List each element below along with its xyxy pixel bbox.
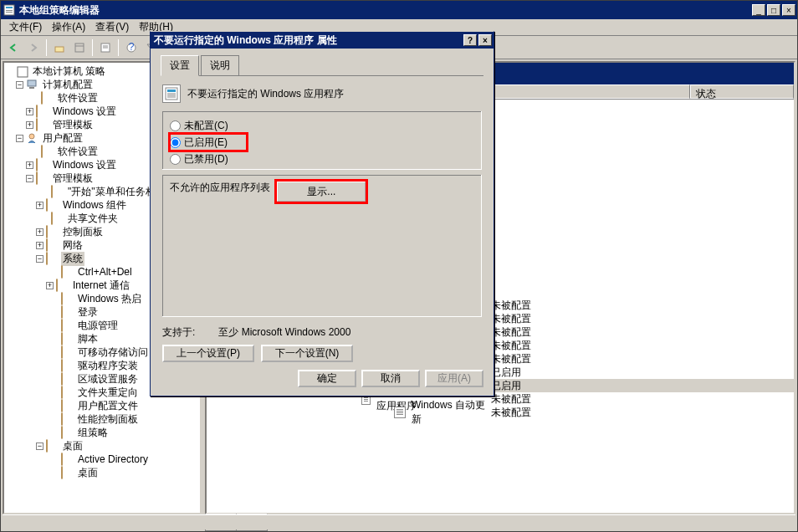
tab-setting[interactable]: 设置 [161,55,199,76]
properties-button[interactable] [96,38,115,57]
tree-ad[interactable]: Active Directory [6,453,198,466]
maximize-button[interactable]: □ [767,4,780,16]
svg-rect-12 [18,67,28,77]
menu-file[interactable]: 文件(F) [4,18,47,36]
svg-text:?: ? [129,42,135,53]
toolbar-separator [46,39,47,56]
minimize-button[interactable]: _ [752,4,765,16]
main-titlebar[interactable]: 本地组策略编辑器 _ □ × [1,1,797,19]
supported-value: 至少 Microsoft Windows 2000 [218,325,350,340]
close-button[interactable]: × [782,4,795,16]
col-state[interactable]: 状态 [690,84,794,99]
dialog-title: 不要运行指定的 Windows 应用程序 属性 [152,33,463,48]
help-button[interactable]: ? [463,34,477,46]
svg-rect-5 [75,43,84,52]
statusbar [3,514,795,529]
svg-rect-14 [29,87,34,89]
list-item[interactable]: Windows 自动更新未被配置 [207,406,794,419]
tree-usercfg[interactable]: 用户配置文件 [6,399,198,412]
svg-point-15 [29,134,34,139]
radio-enabled[interactable]: 已启用(E) [170,134,247,151]
tree-desktop[interactable]: −桌面 [6,439,198,453]
radio-notconfigured-input[interactable] [170,120,181,131]
tree-perfcp[interactable]: 性能控制面板 [6,412,198,426]
setting-icon [162,84,181,103]
forward-button [24,38,43,57]
toolbar-separator-3 [118,39,119,56]
tree-desktop2[interactable]: 桌面 [6,466,198,479]
show-button[interactable]: 显示... [276,181,366,202]
cancel-button[interactable]: 取消 [361,370,420,387]
supported-label: 支持于: [162,325,195,340]
radio-notconfigured[interactable]: 未配置(C) [170,117,474,134]
dialog-tabs: 设置 说明 [161,55,483,76]
svg-rect-1 [6,7,13,8]
ok-button[interactable]: 确定 [298,370,356,387]
nav-buttons: 上一个设置(P) 下一个设置(N) [162,345,482,362]
setting-name: 不要运行指定的 Windows 应用程序 [187,87,344,101]
disallowed-label: 不允许的应用程序列表 [170,182,270,193]
dialog-titlebar[interactable]: 不要运行指定的 Windows 应用程序 属性 ? × [151,32,494,49]
back-button[interactable] [4,38,23,57]
setting-header: 不要运行指定的 Windows 应用程序 [162,84,482,103]
help-button[interactable]: ? [122,38,141,57]
main-title: 本地组策略编辑器 [19,3,750,18]
tree-gp[interactable]: 组策略 [6,426,198,439]
radio-enabled-input[interactable] [170,137,181,148]
up-button[interactable] [50,38,69,57]
menu-action[interactable]: 操作(A) [47,18,90,36]
dialog-footer-buttons: 确定 取消 应用(A) [298,370,483,387]
disallowed-group: 不允许的应用程序列表 显示... [162,175,482,317]
apply-button[interactable]: 应用(A) [425,370,483,387]
show-hide-button[interactable] [70,38,89,57]
tab-explain[interactable]: 说明 [201,55,239,75]
close-button[interactable]: × [478,34,492,46]
radio-disabled-input[interactable] [170,154,181,165]
svg-rect-4 [55,47,64,52]
radio-disabled[interactable]: 已禁用(D) [170,151,474,167]
svg-rect-13 [28,80,36,86]
next-setting-button[interactable]: 下一个设置(N) [261,345,353,362]
radio-group: 未配置(C) 已启用(E) 已禁用(D) [162,111,482,170]
menu-view[interactable]: 查看(V) [90,18,134,36]
toolbar-separator-2 [92,39,93,56]
supported-row: 支持于: 至少 Microsoft Windows 2000 [162,325,482,340]
dialog-body: 设置 说明 不要运行指定的 Windows 应用程序 未配置(C) 已启用(E)… [151,49,494,379]
setting-icon [394,407,405,418]
app-icon [3,3,16,17]
svg-rect-2 [6,10,13,11]
properties-dialog: 不要运行指定的 Windows 应用程序 属性 ? × 设置 说明 不要运行指定… [150,31,494,396]
svg-rect-17 [167,90,176,92]
prev-setting-button[interactable]: 上一个设置(P) [162,345,254,362]
window-controls: _ □ × [750,4,795,16]
tab-content: 不要运行指定的 Windows 应用程序 未配置(C) 已启用(E) 已禁用(D… [161,79,483,372]
svg-rect-3 [6,12,13,13]
